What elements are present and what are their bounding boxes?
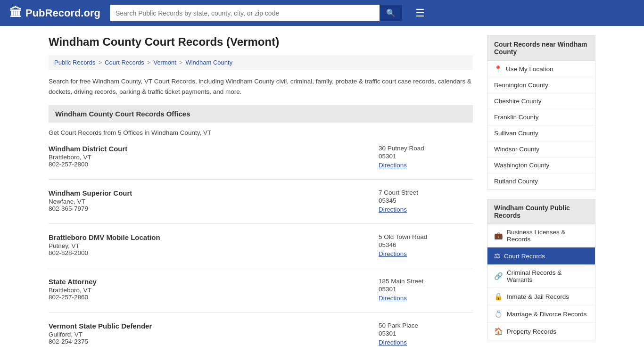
main-container: Windham County Court Records (Vermont) P…	[39, 26, 605, 362]
sidebar-record-icon: 💍	[494, 310, 503, 318]
nearby-section: Court Records near Windham County 📍 Use …	[487, 35, 595, 189]
breadcrumb-public-records[interactable]: Public Records	[54, 59, 95, 66]
page-title: Windham County Court Records (Vermont)	[49, 35, 473, 49]
public-records-item[interactable]: 🔒 Inmate & Jail Records	[487, 288, 595, 305]
menu-button[interactable]: ☰	[412, 5, 429, 21]
search-input[interactable]	[110, 5, 380, 21]
public-records-item[interactable]: 🔗 Criminal Records & Warrants	[487, 265, 595, 288]
public-records-link[interactable]: Inmate & Jail Records	[507, 293, 569, 300]
office-divider	[49, 268, 473, 268]
office-zip: 05346	[379, 241, 473, 248]
nearby-county-link[interactable]: Bennington County	[494, 82, 548, 89]
directions-link[interactable]: Directions	[379, 162, 473, 169]
office-address: 7 Court Street 05345 Directions	[379, 189, 473, 213]
directions-link[interactable]: Directions	[379, 339, 473, 346]
breadcrumb-sep-2: >	[147, 59, 151, 66]
breadcrumb-court-records[interactable]: Court Records	[105, 59, 144, 66]
use-location-label: Use My Location	[506, 66, 553, 73]
nearby-county-link[interactable]: Franklin County	[494, 114, 539, 121]
nearby-county-link[interactable]: Cheshire County	[494, 98, 542, 105]
office-street: 50 Park Place	[379, 322, 473, 329]
office-street: 5 Old Town Road	[379, 233, 473, 240]
office-street: 30 Putney Road	[379, 145, 473, 152]
nearby-county-item[interactable]: Windsor County	[487, 141, 595, 157]
nearby-county-link[interactable]: Sullivan County	[494, 130, 538, 137]
office-name: Vermont State Public Defender	[49, 322, 369, 330]
site-logo[interactable]: 🏛 PubRecord.org	[9, 6, 100, 20]
office-phone: 802-828-2000	[49, 249, 369, 256]
nearby-county-item[interactable]: Franklin County	[487, 109, 595, 125]
breadcrumb-sep-3: >	[179, 59, 183, 66]
breadcrumb-sep-1: >	[98, 59, 102, 66]
use-location-item[interactable]: 📍 Use My Location	[487, 61, 595, 77]
office-name: Windham Superior Court	[49, 189, 369, 197]
office-entry: State Attorney Brattleboro, VT 802-257-2…	[49, 278, 473, 302]
office-info: Brattleboro DMV Mobile Location Putney, …	[49, 233, 369, 257]
office-entry: Vermont State Public Defender Guilford, …	[49, 322, 473, 346]
nearby-county-item[interactable]: Sullivan County	[487, 125, 595, 141]
office-entry: Brattleboro DMV Mobile Location Putney, …	[49, 233, 473, 257]
nearby-counties-list: Bennington CountyCheshire CountyFranklin…	[487, 77, 595, 189]
nearby-county-item[interactable]: Rutland County	[487, 173, 595, 189]
content-area: Windham County Court Records (Vermont) P…	[49, 35, 473, 356]
directions-link[interactable]: Directions	[379, 206, 473, 213]
search-button[interactable]: 🔍	[380, 5, 402, 21]
office-phone: 802-365-7979	[49, 205, 369, 212]
office-street: 7 Court Street	[379, 189, 473, 196]
office-zip: 05301	[379, 286, 473, 293]
office-entry: Windham Superior Court Newfane, VT 802-3…	[49, 189, 473, 213]
office-zip: 05301	[379, 153, 473, 160]
sidebar-record-icon: 💼	[494, 231, 503, 240]
office-info: Vermont State Public Defender Guilford, …	[49, 322, 369, 346]
public-records-link[interactable]: Court Records	[504, 253, 545, 260]
breadcrumb-windham-county[interactable]: Windham County	[185, 59, 232, 66]
public-records-list: 💼 Business Licenses & Records ⚖ Court Re…	[487, 224, 595, 340]
office-zip: 05345	[379, 197, 473, 204]
offices-list: Windham District Court Brattleboro, VT 8…	[49, 145, 473, 346]
office-address: 50 Park Place 05301 Directions	[379, 322, 473, 346]
office-entry: Windham District Court Brattleboro, VT 8…	[49, 145, 473, 169]
directions-link[interactable]: Directions	[379, 250, 473, 257]
office-info: Windham District Court Brattleboro, VT 8…	[49, 145, 369, 169]
office-city: Guilford, VT	[49, 331, 369, 338]
location-icon: 📍	[494, 65, 502, 73]
office-address: 30 Putney Road 05301 Directions	[379, 145, 473, 169]
logo-text: PubRecord.org	[25, 7, 100, 19]
breadcrumb: Public Records > Court Records > Vermont…	[49, 55, 473, 70]
offices-count: Get Court Records from 5 Offices in Wind…	[49, 129, 473, 136]
nearby-county-item[interactable]: Cheshire County	[487, 93, 595, 109]
public-records-link[interactable]: Property Records	[507, 328, 556, 335]
sidebar-record-icon: 🔗	[494, 272, 503, 280]
public-records-item[interactable]: 💍 Marriage & Divorce Records	[487, 305, 595, 323]
sidebar: Court Records near Windham County 📍 Use …	[487, 35, 595, 356]
nearby-county-item[interactable]: Washington County	[487, 157, 595, 173]
office-info: State Attorney Brattleboro, VT 802-257-2…	[49, 278, 369, 302]
search-bar: 🔍	[110, 5, 402, 21]
nearby-header: Court Records near Windham County	[487, 36, 595, 61]
nearby-county-link[interactable]: Windsor County	[494, 146, 539, 153]
office-city: Putney, VT	[49, 242, 369, 249]
nearby-county-link[interactable]: Washington County	[494, 162, 549, 169]
office-info: Windham Superior Court Newfane, VT 802-3…	[49, 189, 369, 213]
directions-link[interactable]: Directions	[379, 295, 473, 302]
office-name: Windham District Court	[49, 145, 369, 153]
office-city: Newfane, VT	[49, 198, 369, 205]
office-divider	[49, 223, 473, 224]
nearby-county-link[interactable]: Rutland County	[494, 178, 538, 185]
breadcrumb-vermont[interactable]: Vermont	[153, 59, 176, 66]
nearby-county-item[interactable]: Bennington County	[487, 77, 595, 93]
public-records-link[interactable]: Marriage & Divorce Records	[507, 311, 587, 318]
public-records-item[interactable]: ⚖ Court Records	[487, 247, 595, 265]
office-divider	[49, 312, 473, 313]
public-records-header: Windham County Public Records	[487, 199, 595, 224]
office-street: 185 Main Street	[379, 278, 473, 285]
office-phone: 802-257-2860	[49, 294, 369, 301]
public-records-link[interactable]: Criminal Records & Warrants	[507, 269, 588, 283]
public-records-item[interactable]: 💼 Business Licenses & Records	[487, 224, 595, 247]
public-records-item[interactable]: 🏠 Property Records	[487, 323, 595, 340]
public-records-link[interactable]: Business Licenses & Records	[507, 229, 588, 243]
sidebar-record-icon: 🔒	[494, 292, 503, 301]
offices-section-header: Windham County Court Records Offices	[49, 105, 473, 123]
office-address: 5 Old Town Road 05346 Directions	[379, 233, 473, 257]
office-city: Brattleboro, VT	[49, 154, 369, 161]
